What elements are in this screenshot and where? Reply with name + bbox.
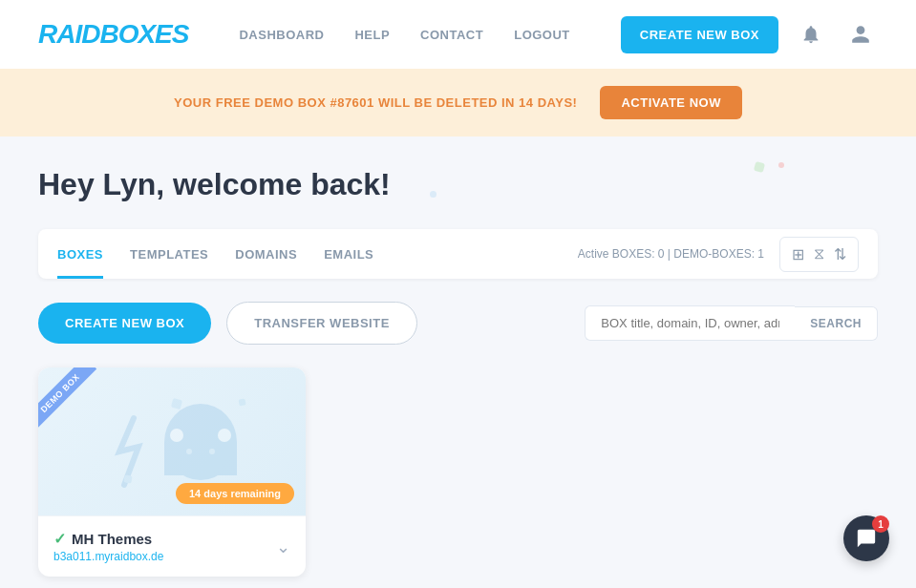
logo: RAIDBOXES [38,19,188,50]
search-area: SEARCH [585,305,878,341]
banner-text: YOUR FREE DEMO BOX #87601 WILL BE DELETE… [174,95,577,110]
navbar: RAIDBOXES DASHBOARD HELP CONTACT LOGOUT … [0,0,916,69]
tab-domains[interactable]: DOMAINS [235,229,297,279]
tab-emails[interactable]: EMAILS [324,229,373,279]
transfer-website-button[interactable]: TRANSFER WEBSITE [226,302,417,345]
days-remaining-badge: 14 days remaining [176,483,294,504]
nav-link-help[interactable]: HELP [354,28,390,42]
status-check-icon: ✓ [53,530,66,548]
grid-view-icon[interactable]: ⊞ [788,242,808,267]
box-name: ✓ MH Themes [53,530,163,548]
active-boxes-stat: Active BOXES: 0 | DEMO-BOXES: 1 [578,247,764,261]
nav-links: DASHBOARD HELP CONTACT LOGOUT [239,28,569,42]
search-input[interactable] [585,305,795,341]
search-button[interactable]: SEARCH [795,306,878,341]
demo-banner: YOUR FREE DEMO BOX #87601 WILL BE DELETE… [0,69,916,136]
view-toggle-icons: ⊞ ⧖ ⇅ [779,237,859,272]
sort-icon[interactable]: ⇅ [830,242,850,267]
create-new-box-button[interactable]: CREATE NEW BOX [38,303,211,344]
svg-point-4 [186,449,192,454]
svg-point-5 [209,449,215,454]
svg-point-2 [170,429,183,442]
notification-icon[interactable] [794,17,828,52]
box-expand-icon[interactable]: ⌄ [276,536,290,557]
tab-templates[interactable]: TEMPLATES [130,229,208,279]
box-domain[interactable]: b3a011.myraidbox.de [53,550,163,563]
welcome-heading: Hey Lyn, welcome back! [38,167,878,202]
tab-boxes[interactable]: BOXES [57,229,103,279]
box-title: MH Themes [72,531,152,547]
nav-right: CREATE NEW BOX [621,16,878,53]
activate-now-button[interactable]: ACTIVATE NOW [600,86,741,119]
tabs-left: BOXES TEMPLATES DOMAINS EMAILS [57,229,373,279]
box-card-footer: ✓ MH Themes b3a011.myraidbox.de ⌄ [38,515,306,577]
chat-badge: 1 [872,515,889,533]
filter-icon[interactable]: ⧖ [810,242,828,266]
chat-bubble-button[interactable]: 1 [843,515,889,561]
boxes-grid: DEMO BOX [38,368,878,577]
nav-link-contact[interactable]: CONTACT [420,28,483,42]
box-info: ✓ MH Themes b3a011.myraidbox.de [53,530,163,563]
svg-rect-8 [239,398,246,406]
svg-rect-6 [171,397,182,409]
user-icon[interactable] [843,17,878,52]
action-row: CREATE NEW BOX TRANSFER WEBSITE SEARCH [38,302,878,345]
main-content: Hey Lyn, welcome back! BOXES TEMPLATES D… [0,136,916,577]
svg-rect-1 [164,442,237,475]
chat-icon [856,528,877,549]
box-card-image: DEMO BOX [38,368,306,515]
box-card[interactable]: DEMO BOX [38,368,306,577]
nav-link-dashboard[interactable]: DASHBOARD [239,28,324,42]
create-new-box-nav-button[interactable]: CREATE NEW BOX [621,16,778,53]
tabs-right: Active BOXES: 0 | DEMO-BOXES: 1 ⊞ ⧖ ⇅ [578,237,859,272]
svg-rect-7 [123,474,132,483]
nav-link-logout[interactable]: LOGOUT [514,28,570,42]
svg-point-3 [218,429,231,442]
tabs-bar: BOXES TEMPLATES DOMAINS EMAILS Active BO… [38,229,878,279]
